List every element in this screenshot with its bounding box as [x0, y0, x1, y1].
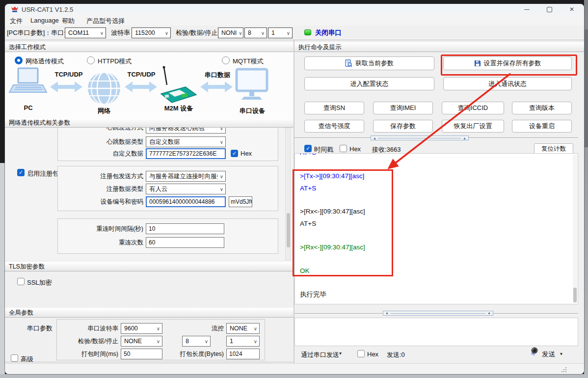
com-port-select[interactable]: COM11∨: [65, 27, 106, 38]
query-sn-label: 查询SN: [323, 104, 345, 112]
resize-grip[interactable]: [565, 371, 566, 372]
send-button[interactable]: 发送: [542, 350, 555, 359]
register-type-select[interactable]: 有人云∨: [146, 184, 226, 194]
query-iccid-button[interactable]: 查询ICCID: [442, 102, 504, 114]
heartbeat-send-select[interactable]: 向服务器发送心跳包∨: [146, 128, 226, 134]
query-version-button[interactable]: 查询版本: [512, 102, 572, 114]
radio-httpd-mode-label: HTTPD模式: [98, 57, 132, 66]
parity-select[interactable]: NONI∨: [218, 27, 243, 38]
enable-register-checkbox[interactable]: ✓: [17, 169, 25, 176]
ssl-label: SSL加密: [27, 278, 52, 287]
flow-control-select[interactable]: NONE∨: [226, 323, 260, 334]
device-restart-button[interactable]: 设备重启: [512, 120, 572, 133]
menu-bar: 文件 Language 帮助 产品型号选择: [5, 15, 584, 26]
menu-file[interactable]: 文件: [10, 17, 23, 26]
send-via-dropdown[interactable]: 通过串口发送: [301, 351, 339, 359]
log-line: 执行完毕: [300, 290, 326, 299]
query-iccid-label: 查询ICCID: [458, 104, 488, 112]
global-databits-select[interactable]: 8∨: [182, 336, 211, 347]
register-send-select[interactable]: 与服务器建立连接时向服务∨: [146, 171, 226, 182]
custom-data-input[interactable]: 7777772E7573722E636E: [146, 148, 226, 159]
minimize-button[interactable]: [515, 4, 538, 15]
custom-data-hex-checkbox[interactable]: ✓: [231, 150, 238, 157]
title-bar: USR-CAT1 V1.2.5 ✕: [5, 4, 584, 15]
register-send-value: 与服务器建立连接时向服务: [149, 172, 218, 181]
get-params-label: 获取当前参数: [355, 59, 394, 68]
reconnect-interval-input[interactable]: 10: [146, 223, 224, 234]
global-parity-select[interactable]: NONE∨: [121, 336, 162, 347]
app-logo-icon: [11, 5, 19, 13]
log-scrollbar[interactable]: [573, 155, 577, 303]
enter-comm-button[interactable]: 进入通讯状态: [443, 77, 572, 90]
params-scrollbar-thumb[interactable]: [287, 213, 290, 247]
enter-config-button[interactable]: 进入配置状态: [304, 77, 434, 90]
get-params-button[interactable]: 获取当前参数: [304, 56, 434, 70]
close-button[interactable]: ✕: [561, 4, 583, 15]
log-splitter-handle[interactable]: ▲ ▲: [371, 135, 469, 140]
send-horn-icon: [530, 347, 539, 357]
radio-mqtt-mode[interactable]: [222, 56, 230, 64]
ssl-checkbox[interactable]: [17, 278, 25, 285]
minimize-icon: [524, 9, 530, 10]
save-params-label: 保存参数: [390, 122, 416, 131]
reconnect-count-input[interactable]: 60: [146, 237, 224, 248]
chevron-down-icon: ∨: [220, 187, 223, 192]
send-splitter-handle[interactable]: ▼ ▼: [383, 311, 493, 316]
factory-reset-button[interactable]: 恢复出厂设置: [442, 120, 504, 133]
factory-reset-label: 恢复出厂设置: [454, 122, 492, 131]
left-panel-bottom-border: [5, 362, 294, 362]
global-baud-label: 串口波特率: [62, 324, 118, 333]
section-header-tls: TLS加密参数: [5, 262, 294, 271]
query-imei-button[interactable]: 查询IMEI: [373, 102, 433, 114]
global-baud-select[interactable]: 9600∨: [121, 323, 162, 334]
send-input-area[interactable]: [294, 318, 578, 346]
register-type-label: 注册数据类型: [69, 185, 143, 193]
advanced-checkbox[interactable]: [11, 354, 18, 362]
receive-hex-checkbox[interactable]: [340, 145, 347, 152]
close-port-button[interactable]: 关闭串口: [315, 28, 342, 37]
chevron-down-icon: ∨: [220, 128, 223, 131]
background-strip: [0, 374, 588, 378]
send-hex-checkbox[interactable]: [357, 350, 365, 357]
reset-counter-label: 复位计数: [541, 145, 566, 153]
global-stopbits-select[interactable]: 1∨: [226, 336, 260, 347]
menu-language[interactable]: Language: [30, 17, 59, 24]
device-password-input[interactable]: mVd5JfQ: [229, 196, 252, 207]
pack-time-input[interactable]: 50: [121, 349, 162, 359]
chevron-down-icon: ∨: [287, 30, 290, 36]
reconnect-count-label: 重连次数: [69, 239, 143, 247]
section-header-mode: 选择工作模式: [5, 42, 294, 52]
pack-length-input[interactable]: 1024: [226, 349, 260, 359]
timestamp-checkbox[interactable]: ✓: [304, 145, 312, 152]
params-scrollbar[interactable]: [285, 128, 291, 260]
maximize-button[interactable]: [538, 4, 561, 15]
heartbeat-type-select[interactable]: 自定义数据∨: [146, 136, 226, 147]
check-icon: ✓: [19, 170, 23, 175]
save-params-button[interactable]: 保存参数: [373, 120, 433, 133]
databits-select[interactable]: 8∨: [244, 27, 267, 38]
serial-toolbar: [PC串口参数]：串口号 COM11∨ 波特率 115200∨ 检验/数据/停止…: [5, 26, 584, 40]
status-bar: [5, 363, 584, 374]
register-send-label: 注册包发送方式: [69, 172, 143, 181]
menu-help[interactable]: 帮助: [62, 17, 75, 26]
chevron-down-icon: ∨: [220, 174, 223, 179]
chevron-down-icon: ∨: [239, 30, 242, 36]
databits-value: 8: [248, 29, 251, 36]
baud-select[interactable]: 115200∨: [132, 27, 171, 38]
query-signal-button[interactable]: 查信号强度: [304, 120, 364, 133]
check-icon: ✓: [232, 151, 237, 156]
stopbits-value: 1: [271, 29, 275, 36]
serial-device-monitor-icon: [237, 69, 267, 100]
global-parity-label: 检验/数据/停止: [62, 337, 118, 346]
device-id-input[interactable]: 00059614000000044886: [146, 196, 226, 207]
background-strip: [0, 163, 5, 378]
enable-register-label: 启用注册包: [27, 169, 59, 178]
menu-product-model[interactable]: 产品型号选择: [86, 17, 125, 26]
stopbits-select[interactable]: 1∨: [268, 27, 293, 38]
log-scrollbar-thumb[interactable]: [573, 288, 577, 302]
globe-icon: [88, 72, 120, 105]
splitter-dots: [391, 313, 485, 314]
radio-transparent-mode[interactable]: [15, 56, 23, 64]
query-sn-button[interactable]: 查询SN: [304, 102, 364, 114]
radio-httpd-mode[interactable]: [87, 56, 95, 64]
